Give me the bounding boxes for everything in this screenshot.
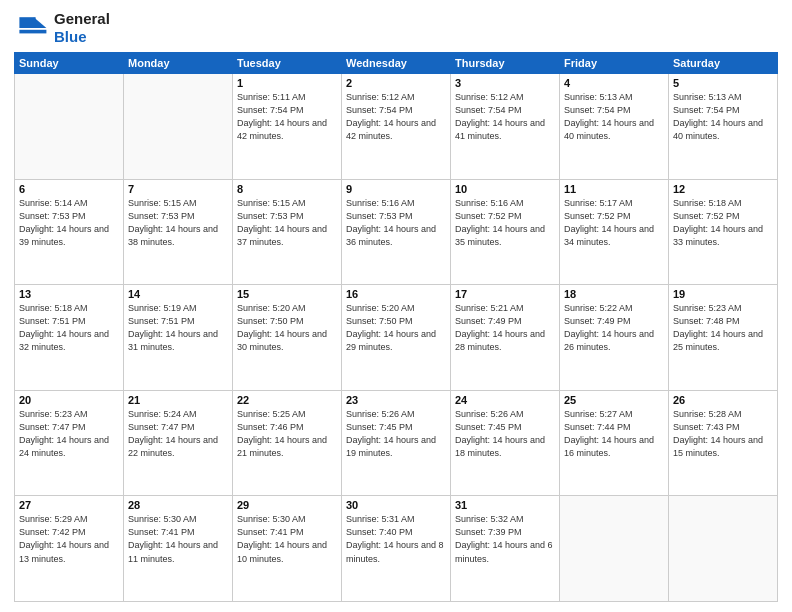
calendar-cell [669,496,778,602]
page: General Blue SundayMondayTuesdayWednesda… [0,0,792,612]
day-info: Sunrise: 5:23 AMSunset: 7:48 PMDaylight:… [673,302,773,354]
calendar-cell: 30Sunrise: 5:31 AMSunset: 7:40 PMDayligh… [342,496,451,602]
calendar-cell: 2Sunrise: 5:12 AMSunset: 7:54 PMDaylight… [342,74,451,180]
calendar-cell: 18Sunrise: 5:22 AMSunset: 7:49 PMDayligh… [560,285,669,391]
day-info: Sunrise: 5:18 AMSunset: 7:52 PMDaylight:… [673,197,773,249]
calendar-week-row: 13Sunrise: 5:18 AMSunset: 7:51 PMDayligh… [15,285,778,391]
day-number: 20 [19,394,119,406]
day-number: 17 [455,288,555,300]
weekday-header: Sunday [15,53,124,74]
weekday-header: Wednesday [342,53,451,74]
day-info: Sunrise: 5:28 AMSunset: 7:43 PMDaylight:… [673,408,773,460]
calendar-header-row: SundayMondayTuesdayWednesdayThursdayFrid… [15,53,778,74]
day-info: Sunrise: 5:30 AMSunset: 7:41 PMDaylight:… [128,513,228,565]
day-number: 25 [564,394,664,406]
calendar-cell: 23Sunrise: 5:26 AMSunset: 7:45 PMDayligh… [342,390,451,496]
logo-text: General Blue [54,10,110,46]
day-info: Sunrise: 5:13 AMSunset: 7:54 PMDaylight:… [673,91,773,143]
calendar-cell: 5Sunrise: 5:13 AMSunset: 7:54 PMDaylight… [669,74,778,180]
day-number: 6 [19,183,119,195]
day-info: Sunrise: 5:25 AMSunset: 7:46 PMDaylight:… [237,408,337,460]
svg-marker-0 [34,17,47,28]
calendar-cell: 6Sunrise: 5:14 AMSunset: 7:53 PMDaylight… [15,179,124,285]
day-info: Sunrise: 5:11 AMSunset: 7:54 PMDaylight:… [237,91,337,143]
calendar-cell: 21Sunrise: 5:24 AMSunset: 7:47 PMDayligh… [124,390,233,496]
calendar-cell [560,496,669,602]
day-info: Sunrise: 5:24 AMSunset: 7:47 PMDaylight:… [128,408,228,460]
day-number: 28 [128,499,228,511]
day-info: Sunrise: 5:26 AMSunset: 7:45 PMDaylight:… [455,408,555,460]
calendar-cell [124,74,233,180]
logo: General Blue [14,10,110,46]
calendar-cell: 28Sunrise: 5:30 AMSunset: 7:41 PMDayligh… [124,496,233,602]
day-number: 29 [237,499,337,511]
calendar-cell: 25Sunrise: 5:27 AMSunset: 7:44 PMDayligh… [560,390,669,496]
day-info: Sunrise: 5:15 AMSunset: 7:53 PMDaylight:… [237,197,337,249]
calendar-cell: 1Sunrise: 5:11 AMSunset: 7:54 PMDaylight… [233,74,342,180]
day-number: 1 [237,77,337,89]
calendar-cell: 31Sunrise: 5:32 AMSunset: 7:39 PMDayligh… [451,496,560,602]
day-info: Sunrise: 5:22 AMSunset: 7:49 PMDaylight:… [564,302,664,354]
day-number: 30 [346,499,446,511]
calendar-cell: 24Sunrise: 5:26 AMSunset: 7:45 PMDayligh… [451,390,560,496]
calendar-cell [15,74,124,180]
calendar-table: SundayMondayTuesdayWednesdayThursdayFrid… [14,52,778,602]
day-number: 21 [128,394,228,406]
calendar-cell: 14Sunrise: 5:19 AMSunset: 7:51 PMDayligh… [124,285,233,391]
day-info: Sunrise: 5:27 AMSunset: 7:44 PMDaylight:… [564,408,664,460]
day-info: Sunrise: 5:12 AMSunset: 7:54 PMDaylight:… [346,91,446,143]
day-number: 5 [673,77,773,89]
day-info: Sunrise: 5:20 AMSunset: 7:50 PMDaylight:… [346,302,446,354]
calendar-cell: 27Sunrise: 5:29 AMSunset: 7:42 PMDayligh… [15,496,124,602]
calendar-cell: 19Sunrise: 5:23 AMSunset: 7:48 PMDayligh… [669,285,778,391]
day-number: 4 [564,77,664,89]
day-number: 23 [346,394,446,406]
day-number: 13 [19,288,119,300]
header: General Blue [14,10,778,46]
weekday-header: Friday [560,53,669,74]
calendar-cell: 15Sunrise: 5:20 AMSunset: 7:50 PMDayligh… [233,285,342,391]
calendar-cell: 13Sunrise: 5:18 AMSunset: 7:51 PMDayligh… [15,285,124,391]
weekday-header: Thursday [451,53,560,74]
day-info: Sunrise: 5:18 AMSunset: 7:51 PMDaylight:… [19,302,119,354]
day-number: 10 [455,183,555,195]
day-number: 22 [237,394,337,406]
calendar-cell: 20Sunrise: 5:23 AMSunset: 7:47 PMDayligh… [15,390,124,496]
day-info: Sunrise: 5:19 AMSunset: 7:51 PMDaylight:… [128,302,228,354]
svg-rect-1 [19,17,35,28]
day-number: 18 [564,288,664,300]
day-info: Sunrise: 5:15 AMSunset: 7:53 PMDaylight:… [128,197,228,249]
day-number: 14 [128,288,228,300]
day-info: Sunrise: 5:32 AMSunset: 7:39 PMDaylight:… [455,513,555,565]
day-info: Sunrise: 5:12 AMSunset: 7:54 PMDaylight:… [455,91,555,143]
calendar-cell: 3Sunrise: 5:12 AMSunset: 7:54 PMDaylight… [451,74,560,180]
day-info: Sunrise: 5:26 AMSunset: 7:45 PMDaylight:… [346,408,446,460]
calendar-cell: 12Sunrise: 5:18 AMSunset: 7:52 PMDayligh… [669,179,778,285]
day-number: 3 [455,77,555,89]
day-info: Sunrise: 5:20 AMSunset: 7:50 PMDaylight:… [237,302,337,354]
calendar-week-row: 6Sunrise: 5:14 AMSunset: 7:53 PMDaylight… [15,179,778,285]
day-number: 2 [346,77,446,89]
calendar-cell: 8Sunrise: 5:15 AMSunset: 7:53 PMDaylight… [233,179,342,285]
calendar-cell: 4Sunrise: 5:13 AMSunset: 7:54 PMDaylight… [560,74,669,180]
day-info: Sunrise: 5:14 AMSunset: 7:53 PMDaylight:… [19,197,119,249]
calendar-cell: 29Sunrise: 5:30 AMSunset: 7:41 PMDayligh… [233,496,342,602]
calendar-cell: 22Sunrise: 5:25 AMSunset: 7:46 PMDayligh… [233,390,342,496]
day-info: Sunrise: 5:30 AMSunset: 7:41 PMDaylight:… [237,513,337,565]
calendar-cell: 9Sunrise: 5:16 AMSunset: 7:53 PMDaylight… [342,179,451,285]
day-number: 9 [346,183,446,195]
day-number: 15 [237,288,337,300]
calendar-week-row: 1Sunrise: 5:11 AMSunset: 7:54 PMDaylight… [15,74,778,180]
calendar-cell: 16Sunrise: 5:20 AMSunset: 7:50 PMDayligh… [342,285,451,391]
calendar-cell: 17Sunrise: 5:21 AMSunset: 7:49 PMDayligh… [451,285,560,391]
weekday-header: Tuesday [233,53,342,74]
day-number: 31 [455,499,555,511]
day-number: 24 [455,394,555,406]
day-info: Sunrise: 5:21 AMSunset: 7:49 PMDaylight:… [455,302,555,354]
day-number: 11 [564,183,664,195]
day-info: Sunrise: 5:31 AMSunset: 7:40 PMDaylight:… [346,513,446,565]
day-info: Sunrise: 5:23 AMSunset: 7:47 PMDaylight:… [19,408,119,460]
weekday-header: Monday [124,53,233,74]
calendar-cell: 10Sunrise: 5:16 AMSunset: 7:52 PMDayligh… [451,179,560,285]
calendar-week-row: 20Sunrise: 5:23 AMSunset: 7:47 PMDayligh… [15,390,778,496]
